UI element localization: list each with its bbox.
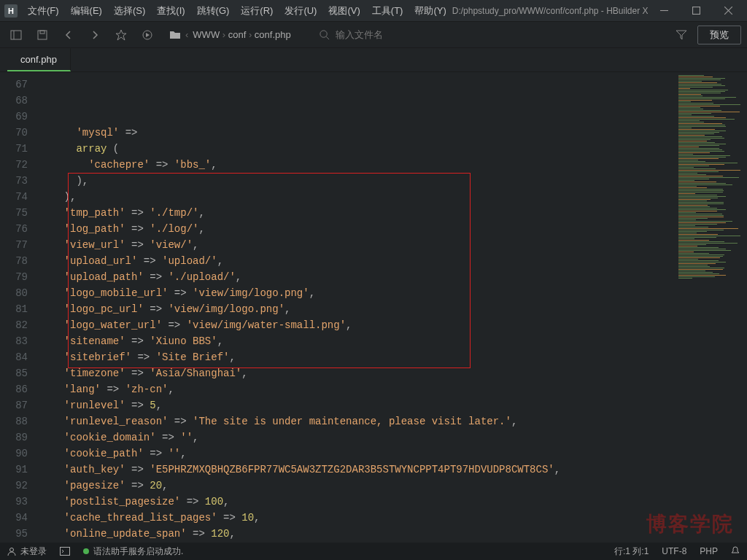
code-line: 'online_update_span' => 120, bbox=[39, 526, 674, 542]
chevron-left-icon: ‹ bbox=[185, 29, 188, 40]
save-icon[interactable] bbox=[32, 25, 53, 45]
code-line: 'upload_url' => 'upload/', bbox=[39, 253, 674, 269]
code-line: 'lang' => 'zh-cn', bbox=[39, 381, 674, 397]
code-line: 'log_path' => './log/', bbox=[39, 221, 674, 237]
code-editor[interactable]: 'mysql' => array ( 'cachepre' => 'bbs_',… bbox=[34, 72, 674, 542]
status-ok-icon bbox=[83, 548, 89, 554]
svg-rect-15 bbox=[61, 548, 70, 556]
svg-rect-7 bbox=[40, 31, 44, 34]
code-line: 'cookie_path' => '', bbox=[39, 446, 674, 462]
code-line: 'runlevel_reason' => 'The site is under … bbox=[39, 413, 674, 429]
breadcrumb-segment[interactable]: WWW bbox=[193, 29, 220, 40]
code-line: array ( bbox=[39, 141, 674, 157]
svg-point-11 bbox=[320, 31, 327, 37]
code-line: 'sitename' => 'Xiuno BBS', bbox=[39, 333, 674, 349]
sidebar-toggle-icon[interactable] bbox=[6, 25, 26, 45]
svg-marker-13 bbox=[676, 31, 686, 39]
code-line: 'logo_mobile_url' => 'view/img/logo.png'… bbox=[39, 285, 674, 301]
code-line: ), bbox=[39, 189, 674, 205]
language-mode[interactable]: PHP bbox=[700, 546, 718, 556]
minimize-button[interactable] bbox=[648, 0, 680, 22]
close-button[interactable] bbox=[712, 0, 744, 22]
svg-marker-8 bbox=[116, 30, 126, 40]
star-icon[interactable] bbox=[111, 25, 131, 45]
minimap[interactable] bbox=[674, 72, 747, 542]
menu-item[interactable]: 运行(R) bbox=[235, 4, 279, 18]
preview-button[interactable]: 预览 bbox=[697, 26, 741, 44]
tab-conf-php[interactable]: conf.php bbox=[7, 48, 71, 71]
file-search-input[interactable] bbox=[336, 29, 481, 40]
code-line: 'tmp_path' => './tmp/', bbox=[39, 205, 674, 221]
code-line: 'mysql' => bbox=[39, 125, 674, 141]
code-line: 'cache_thread_list_pages' => 10, bbox=[39, 510, 674, 526]
search-icon bbox=[319, 29, 330, 40]
svg-rect-4 bbox=[11, 31, 21, 39]
code-line: 'pagesize' => 20, bbox=[39, 478, 674, 494]
code-line: 'cookie_domain' => '', bbox=[39, 429, 674, 446]
menu-item[interactable]: 帮助(Y) bbox=[409, 4, 452, 18]
menu-item[interactable]: 视图(V) bbox=[322, 4, 365, 18]
forward-icon[interactable] bbox=[85, 25, 105, 45]
code-line: 'upload_path' => './upload/', bbox=[39, 269, 674, 285]
code-line: 'logo_pc_url' => 'view/img/logo.png', bbox=[39, 301, 674, 317]
maximize-button[interactable] bbox=[680, 0, 712, 22]
svg-line-12 bbox=[326, 36, 329, 39]
breadcrumb[interactable]: ‹ WWW › conf › conf.php bbox=[169, 29, 291, 41]
back-icon[interactable] bbox=[58, 25, 79, 45]
folder-icon bbox=[169, 29, 181, 41]
code-line: 'auth_key' => 'E5PHRZMXQBHQZB6FPR77WC5AW… bbox=[39, 462, 674, 478]
code-line: 'logo_water_url' => 'view/img/water-smal… bbox=[39, 317, 674, 333]
code-line: 'runlevel' => 5, bbox=[39, 397, 674, 413]
code-line: 'sitebrief' => 'Site Brief', bbox=[39, 349, 674, 365]
main-menu-bar: 文件(F)编辑(E)选择(S)查找(I)跳转(G)运行(R)发行(U)视图(V)… bbox=[22, 4, 452, 18]
user-icon bbox=[7, 547, 16, 556]
svg-marker-10 bbox=[146, 33, 150, 37]
menu-item[interactable]: 工具(T) bbox=[366, 4, 409, 18]
svg-rect-6 bbox=[38, 31, 47, 39]
menu-item[interactable]: 跳转(G) bbox=[191, 4, 236, 18]
terminal-icon[interactable] bbox=[60, 547, 70, 556]
svg-rect-1 bbox=[692, 7, 700, 15]
filter-icon[interactable] bbox=[671, 25, 692, 45]
code-line: 'postlist_pagesize' => 100, bbox=[39, 494, 674, 510]
breadcrumb-segment[interactable]: conf.php bbox=[255, 29, 291, 40]
svg-point-14 bbox=[10, 548, 14, 552]
encoding-selector[interactable]: UTF-8 bbox=[662, 546, 686, 556]
code-line: 'timezone' => 'Asia/Shanghai', bbox=[39, 365, 674, 381]
menu-item[interactable]: 选择(S) bbox=[108, 4, 151, 18]
menu-item[interactable]: 发行(U) bbox=[279, 4, 322, 18]
code-line: 'view_url' => 'view/', bbox=[39, 237, 674, 253]
menu-item[interactable]: 查找(I) bbox=[151, 4, 190, 18]
user-status[interactable]: 未登录 bbox=[7, 545, 47, 558]
window-title: D:/phpstudy_pro/WWW/conf/conf.php - HBui… bbox=[452, 6, 648, 16]
code-line: 'cachepre' => 'bbs_', bbox=[39, 157, 674, 173]
code-line: ), bbox=[39, 173, 674, 189]
line-number-gutter: 6768697071727374757677787980818283848586… bbox=[0, 72, 34, 542]
breadcrumb-segment[interactable]: conf bbox=[228, 29, 247, 40]
sync-status: 语法助手服务启动成功. bbox=[83, 545, 183, 558]
menu-item[interactable]: 编辑(E) bbox=[65, 4, 108, 18]
cursor-position[interactable]: 行:1 列:1 bbox=[614, 545, 649, 558]
notifications-icon[interactable] bbox=[731, 546, 740, 557]
run-icon[interactable] bbox=[137, 25, 158, 45]
menu-item[interactable]: 文件(F) bbox=[22, 4, 65, 18]
app-logo: H bbox=[4, 4, 18, 18]
